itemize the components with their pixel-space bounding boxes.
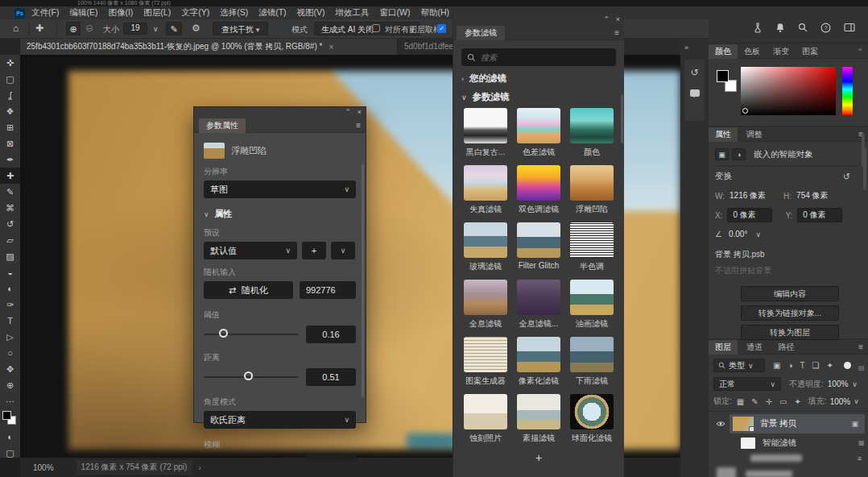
keyboard-icon[interactable]: ▦ — [858, 439, 865, 446]
filter-thumbnail[interactable] — [464, 108, 507, 143]
tab-adjustments[interactable]: 调整 — [740, 127, 769, 142]
section-chevron-icon[interactable]: ∨ — [204, 210, 209, 218]
filter-thumbnail[interactable] — [570, 280, 614, 315]
workspace-icon[interactable] — [844, 23, 855, 34]
layer-filter-type-select[interactable]: 类型 ∨ — [713, 359, 765, 372]
lock-transparent-icon[interactable]: ▦ — [737, 397, 744, 406]
dock-scrollbar[interactable] — [862, 133, 865, 167]
reset-icon[interactable]: ↺ — [843, 172, 850, 182]
slider-knob[interactable] — [219, 329, 228, 338]
find-distractions-button[interactable]: 查找干扰 ▾ — [213, 22, 268, 35]
lock-artboard-icon[interactable]: ▭ — [779, 397, 787, 406]
color-tab[interactable]: 颜色 — [709, 44, 738, 59]
layer-thumbnail[interactable] — [733, 417, 754, 431]
frame-tool[interactable]: ⊠ — [0, 135, 20, 151]
clone-stamp-tool[interactable]: ⌘ — [0, 200, 20, 216]
width-value[interactable]: 1216 像素 — [730, 190, 766, 201]
filter-item[interactable]: 球面化滤镜 — [565, 394, 618, 444]
foreground-color-swatch[interactable] — [2, 411, 11, 420]
expand-dock-icon[interactable]: » — [684, 44, 688, 52]
gear-icon[interactable]: ⚙ — [192, 23, 200, 34]
quick-mask-button[interactable]: ◐ — [0, 429, 20, 445]
panel-option-icon[interactable]: ▤ — [858, 364, 865, 371]
resolution-select[interactable]: 草图 ∨ — [204, 180, 356, 198]
fill-value[interactable]: 100% — [830, 397, 851, 406]
filter-thumbnail[interactable] — [570, 394, 614, 429]
path-select-tool[interactable]: ▷ — [0, 329, 20, 345]
panel-menu-icon[interactable]: ≡ — [356, 121, 361, 130]
dialog-header[interactable]: ⌃ × — [194, 107, 366, 118]
add-filter-button[interactable]: + — [453, 451, 624, 464]
your-filters-section[interactable]: › 您的滤镜 — [461, 73, 616, 85]
menu-item[interactable]: 文件(F) — [31, 7, 59, 19]
size-dropdown-icon[interactable]: ∨ — [153, 25, 159, 33]
document-tab-active[interactable]: 25fb4301cbb603f70188d74ba35b3b11-恢复的.jpe… — [20, 39, 397, 55]
filter-thumbnail[interactable] — [517, 394, 560, 429]
eraser-tool[interactable]: ▱ — [0, 232, 20, 248]
opacity-value[interactable]: 100% — [828, 380, 849, 388]
filter-thumbnail[interactable] — [517, 222, 560, 258]
layer-row[interactable]: 背景 拷贝 ▣ — [709, 412, 868, 433]
edit-toolbar-button[interactable]: ⋯ — [0, 393, 20, 409]
angle-mode-select[interactable]: 欧氏距离 ∨ — [204, 411, 356, 429]
color-cursor[interactable] — [742, 108, 748, 114]
filter-thumbnail[interactable] — [517, 337, 560, 372]
lock-position-icon[interactable]: ✛ — [766, 397, 772, 406]
screen-mode-button[interactable]: ▢ — [0, 445, 20, 461]
filter-item[interactable]: 像素化滤镜 — [512, 337, 565, 387]
filter-item[interactable]: 浮雕凹陷 — [565, 165, 618, 215]
menu-item[interactable]: 滤镜(T) — [258, 7, 286, 19]
filter-adjustment-icon[interactable]: ◑ — [787, 361, 792, 370]
subtract-sample-icon[interactable]: ⊖ — [85, 23, 93, 34]
randomize-button[interactable]: ⇄ 随机化 — [204, 281, 293, 299]
search-icon[interactable] — [798, 23, 808, 34]
foreground-color-swatch[interactable] — [717, 70, 729, 82]
color-tab[interactable]: 色板 — [738, 44, 767, 59]
history-brush-tool[interactable]: ↺ — [0, 216, 20, 232]
filter-item[interactable]: 颜色 — [565, 108, 618, 158]
eye-icon[interactable] — [716, 419, 725, 429]
tab-parametric-filters[interactable]: 参数滤镜 — [457, 26, 505, 40]
smart-object-action-button[interactable]: 转换为链接对象... — [741, 305, 839, 321]
menu-item[interactable]: 窗口(W) — [380, 7, 411, 19]
smart-filter-mask-thumbnail[interactable] — [741, 438, 755, 449]
blur-tool[interactable]: ◒ — [0, 264, 20, 280]
filter-type-icon[interactable]: T — [800, 361, 805, 370]
saturation-brightness-box[interactable] — [741, 67, 836, 115]
layer-row[interactable] — [709, 462, 868, 477]
filter-item[interactable]: 双色调滤镜 — [512, 165, 565, 215]
spot-healing-brush-tool[interactable]: ✚ — [0, 168, 20, 184]
menu-item[interactable]: 图层(L) — [143, 7, 171, 19]
collapse-icon[interactable]: ⌃ — [603, 15, 610, 23]
pen-tool[interactable]: ✑ — [0, 297, 20, 313]
close-icon[interactable]: × — [358, 108, 362, 116]
lasso-tool[interactable]: ʆ — [0, 87, 20, 103]
shape-tool[interactable]: ○ — [0, 345, 20, 361]
filter-thumbnail[interactable] — [464, 280, 507, 315]
rotation-value[interactable]: 0.00° — [729, 230, 747, 238]
menu-item[interactable]: 帮助(H) — [421, 7, 450, 19]
color-tab[interactable]: 渐变 — [767, 44, 796, 59]
menu-item[interactable]: 增效工具 — [336, 7, 370, 19]
brush-tool[interactable]: ✎ — [0, 184, 20, 200]
threshold-value[interactable] — [306, 326, 356, 343]
hue-slider[interactable] — [842, 67, 853, 115]
filter-thumbnail[interactable] — [517, 165, 560, 201]
eyedropper-tool[interactable]: ✒ — [0, 151, 20, 168]
filter-group-icon[interactable]: ❏ — [812, 361, 820, 370]
parameter-properties-dialog[interactable]: ⌃ × 参数属性 ≡ 浮雕凹陷 分辨率 草图 ∨ ∨ 属性 预设 — [193, 106, 366, 423]
notifications-bell-icon[interactable] — [775, 23, 785, 35]
filter-search-box[interactable] — [461, 48, 616, 66]
filter-item[interactable]: Filter Glitch — [512, 222, 565, 272]
panel-scrollbar[interactable] — [621, 95, 623, 143]
collapse-icon[interactable]: ⌃ — [345, 108, 351, 116]
panel-header[interactable]: ⌃ × — [453, 15, 624, 26]
filter-thumbnail[interactable] — [464, 394, 507, 429]
move-tool[interactable]: ✜ — [0, 55, 20, 71]
color-swatches[interactable] — [0, 411, 20, 429]
close-icon[interactable]: × — [616, 15, 620, 23]
comment-icon[interactable] — [684, 89, 705, 97]
dialog-scrollbar[interactable] — [362, 164, 364, 397]
panel-menu-icon[interactable]: ≡ — [858, 342, 863, 351]
add-sample-icon[interactable]: ⊕ — [66, 22, 81, 35]
